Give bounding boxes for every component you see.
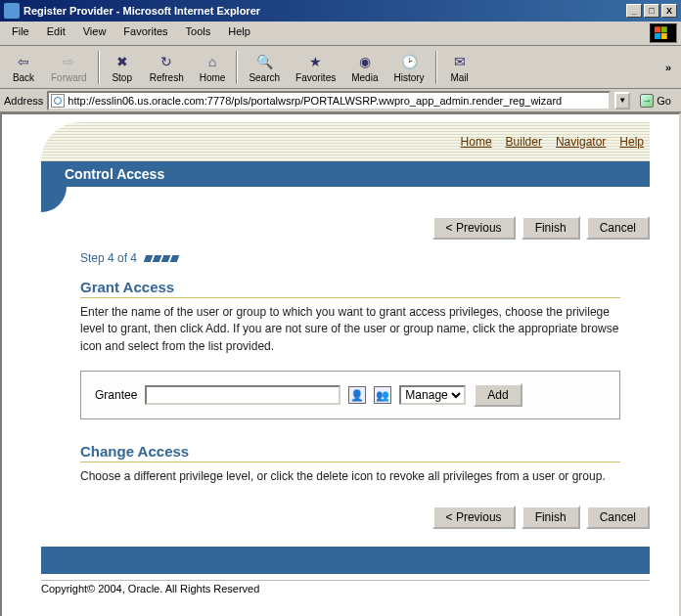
- history-button[interactable]: 🕑History: [386, 50, 431, 85]
- svg-rect-0: [655, 26, 660, 32]
- finish-button-top[interactable]: Finish: [522, 216, 580, 240]
- grantee-label: Grantee: [95, 388, 137, 402]
- home-button[interactable]: ⌂Home: [192, 50, 234, 85]
- menu-edit[interactable]: Edit: [39, 23, 73, 43]
- go-icon: →: [640, 94, 654, 108]
- cancel-button-top[interactable]: Cancel: [586, 216, 650, 240]
- cancel-button-bottom[interactable]: Cancel: [586, 506, 650, 529]
- maximize-button[interactable]: □: [644, 4, 659, 18]
- address-url: http://esslin06.us.oracle.com:7778/pls/p…: [68, 95, 562, 107]
- go-button[interactable]: → Go: [634, 94, 677, 108]
- stop-button[interactable]: ✖Stop: [103, 50, 142, 85]
- home-icon: ⌂: [203, 52, 222, 71]
- favorites-icon: ★: [306, 52, 326, 71]
- finish-button-bottom[interactable]: Finish: [522, 506, 580, 529]
- favorites-button[interactable]: ★Favorites: [288, 50, 343, 85]
- step-dots-icon: [145, 255, 178, 262]
- browse-groups-icon[interactable]: 👥: [374, 386, 391, 404]
- wizard-buttons-top: < Previous Finish Cancel: [41, 212, 650, 243]
- menu-help[interactable]: Help: [220, 23, 258, 43]
- browse-users-icon[interactable]: 👤: [348, 386, 366, 404]
- mail-button[interactable]: ✉Mail: [440, 50, 479, 85]
- forward-button[interactable]: ⇨Forward: [43, 50, 95, 85]
- mail-icon: ✉: [450, 52, 470, 71]
- back-button[interactable]: ⇦Back: [4, 50, 43, 85]
- header-curve: [41, 187, 67, 212]
- nav-navigator[interactable]: Navigator: [556, 135, 606, 149]
- menu-tools[interactable]: Tools: [178, 23, 219, 43]
- page-icon: [51, 94, 65, 108]
- media-icon: ◉: [355, 52, 375, 71]
- forward-icon: ⇨: [59, 52, 78, 71]
- nav-home[interactable]: Home: [461, 135, 492, 149]
- search-button[interactable]: 🔍Search: [241, 50, 288, 85]
- menu-favorites[interactable]: Favorites: [115, 23, 175, 43]
- refresh-icon: ↻: [157, 52, 176, 71]
- app-icon: [4, 3, 20, 19]
- svg-rect-1: [661, 26, 667, 32]
- refresh-button[interactable]: ↻Refresh: [142, 50, 192, 85]
- history-icon: 🕑: [399, 52, 419, 71]
- grant-access-title: Grant Access: [80, 279, 620, 298]
- address-dropdown[interactable]: ▼: [614, 92, 630, 110]
- previous-button-bottom[interactable]: < Previous: [432, 506, 516, 529]
- step-label: Step 4 of 4: [80, 251, 137, 265]
- privilege-select[interactable]: Manage: [399, 385, 466, 405]
- ie-logo: [650, 23, 677, 43]
- page-title: Control Access: [65, 166, 164, 182]
- menubar: File Edit View Favorites Tools Help: [0, 22, 681, 46]
- add-button[interactable]: Add: [474, 383, 522, 407]
- window-titlebar: Register Provider - Microsoft Internet E…: [0, 0, 681, 22]
- close-button[interactable]: X: [661, 4, 677, 18]
- change-access-title: Change Access: [80, 443, 620, 462]
- nav-help[interactable]: Help: [619, 135, 644, 149]
- grantee-form: Grantee 👤 👥 Manage Add: [80, 371, 620, 419]
- search-icon: 🔍: [254, 52, 274, 71]
- minimize-button[interactable]: _: [626, 4, 642, 18]
- toolbar: ⇦Back ⇨Forward ✖Stop ↻Refresh ⌂Home 🔍Sea…: [0, 46, 681, 89]
- step-indicator: Step 4 of 4: [80, 251, 650, 265]
- wizard-buttons-bottom: < Previous Finish Cancel: [41, 502, 650, 533]
- grantee-input[interactable]: [145, 385, 340, 405]
- media-button[interactable]: ◉Media: [343, 50, 386, 85]
- menu-file[interactable]: File: [4, 23, 37, 43]
- page-header: Control Access: [41, 161, 650, 187]
- svg-rect-2: [655, 33, 660, 39]
- toolbar-more[interactable]: »: [659, 62, 677, 73]
- nav-builder[interactable]: Builder: [506, 135, 542, 149]
- address-input[interactable]: http://esslin06.us.oracle.com:7778/pls/p…: [47, 91, 611, 110]
- stop-icon: ✖: [113, 52, 132, 71]
- copyright: Copyright© 2004, Oracle. All Rights Rese…: [41, 580, 650, 594]
- footer-bar: [41, 547, 650, 574]
- address-label: Address: [4, 95, 43, 107]
- change-access-body: Choose a different privilege level, or c…: [80, 468, 620, 485]
- previous-button-top[interactable]: < Previous: [432, 216, 516, 240]
- back-icon: ⇦: [14, 52, 33, 71]
- page-viewport[interactable]: Home Builder Navigator Help Control Acce…: [0, 112, 681, 616]
- portal-nav: Home Builder Navigator Help: [41, 122, 650, 161]
- svg-rect-3: [661, 33, 667, 39]
- window-title: Register Provider - Microsoft Internet E…: [23, 5, 260, 17]
- address-bar: Address http://esslin06.us.oracle.com:77…: [0, 89, 681, 112]
- grant-access-body: Enter the name of the user or group to w…: [80, 304, 620, 355]
- menu-view[interactable]: View: [75, 23, 114, 43]
